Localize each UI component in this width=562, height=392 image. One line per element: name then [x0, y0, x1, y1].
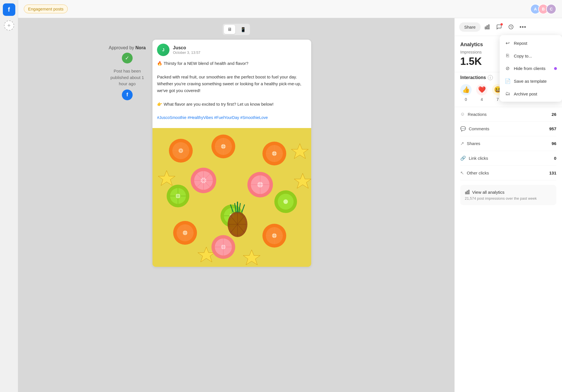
post-author-avatar: J	[157, 44, 169, 56]
approval-text: Approved by Nora	[109, 45, 146, 50]
post-date: October 3, 13:57	[173, 50, 200, 55]
comments-stat-row: 💬 Comments 957	[460, 122, 556, 136]
share-button[interactable]: Share	[459, 22, 481, 32]
love-count: 4	[481, 97, 483, 102]
history-icon-button[interactable]	[506, 22, 516, 32]
analytics-pane: Share	[454, 18, 562, 392]
top-bar: Engagement posts A B C	[18, 0, 562, 18]
shares-stat-row: ↗ Shares 96	[460, 136, 556, 151]
repost-menu-item[interactable]: ↩ Repost	[500, 37, 562, 50]
svg-rect-79	[467, 191, 468, 194]
top-bar-right: A B C	[530, 4, 556, 14]
content-area: 🖥 📱 Approved by Nora ✓	[18, 18, 562, 392]
hide-icon: ⊘	[505, 65, 510, 71]
copy-icon: ⎘	[505, 53, 510, 59]
reaction-like: 👍 0	[460, 84, 472, 102]
svg-rect-78	[465, 192, 466, 194]
save-as-template-menu-item[interactable]: 📄 Save as template	[500, 75, 562, 88]
published-status-text: Post has been published about 1 hour ago	[111, 68, 144, 87]
archive-icon: 🗂	[505, 91, 510, 97]
sidebar: f +	[0, 0, 18, 392]
comments-label: 💬 Comments	[460, 126, 489, 131]
more-options-button[interactable]: •••	[518, 22, 528, 32]
shares-icon: ↗	[460, 141, 464, 146]
post-hashtags: #JuscoSmoothie #HealthyVibes #FuelYourDa…	[157, 114, 307, 121]
reaction-love: ❤️ 4	[476, 84, 487, 102]
like-emoji: 👍	[460, 84, 472, 95]
add-account-button[interactable]: +	[4, 20, 14, 31]
svg-rect-76	[488, 25, 489, 29]
other-clicks-label: ↖ Other clicks	[460, 170, 489, 176]
preview-pane: 🖥 📱 Approved by Nora ✓	[18, 18, 454, 392]
template-icon: 📄	[505, 78, 510, 84]
facebook-logo-icon[interactable]: f	[3, 3, 15, 16]
reactions-value: 26	[552, 112, 556, 117]
post-image	[152, 128, 311, 267]
chart-icon-button[interactable]	[482, 22, 493, 32]
cursor-icon: ↖	[460, 170, 464, 176]
comment-icon-button[interactable]	[494, 22, 504, 32]
reactions-label: ☺ Reactions	[460, 112, 487, 117]
svg-rect-74	[485, 27, 486, 29]
svg-point-42	[283, 199, 288, 204]
info-icon: i	[488, 75, 493, 80]
haha-count: 7	[497, 97, 499, 102]
facebook-post-icon: f	[122, 90, 133, 100]
post-text: 🔥 Thirsty for a NEW blend of health and …	[157, 60, 307, 121]
post-content: 🔥 Thirsty for a NEW blend of health and …	[152, 60, 311, 128]
comments-value: 957	[549, 126, 556, 131]
approval-check-icon: ✓	[122, 53, 133, 63]
view-analytics-block[interactable]: View all analytics 21,574 post impressio…	[460, 185, 556, 205]
link-clicks-value: 0	[554, 156, 556, 161]
post-author-name: Jusco	[173, 45, 200, 50]
shares-label: ↗ Shares	[460, 141, 480, 146]
approval-row: Approved by Nora ✓	[109, 45, 146, 63]
link-clicks-label: 🔗 Link clicks	[460, 155, 488, 161]
like-count: 0	[465, 97, 467, 102]
svg-rect-80	[468, 190, 469, 194]
hide-from-clients-menu-item[interactable]: ⊘ Hide from clients	[500, 62, 562, 75]
desktop-view-button[interactable]: 🖥	[224, 25, 235, 34]
stats-section: ☺ Reactions 26 💬 Comments 957 ↗ Shares	[455, 107, 562, 180]
view-analytics-subtitle: 21,574 post impressions over the past we…	[465, 196, 552, 201]
other-clicks-value: 131	[549, 171, 556, 175]
view-analytics-title: View all analytics	[465, 189, 552, 195]
engagement-posts-badge[interactable]: Engagement posts	[24, 5, 68, 13]
other-clicks-stat-row: ↖ Other clicks 131	[460, 166, 556, 180]
reactions-icon: ☺	[460, 112, 465, 117]
love-emoji: ❤️	[476, 84, 487, 95]
link-clicks-stat-row: 🔗 Link clicks 0	[460, 151, 556, 166]
mobile-view-button[interactable]: 📱	[237, 25, 249, 34]
dropdown-menu: ↩ Repost ⎘ Copy to... ⊘ Hide from client…	[500, 35, 562, 102]
shares-value: 96	[552, 141, 556, 146]
purple-indicator	[554, 67, 557, 70]
archive-post-menu-item[interactable]: 🗂 Archive post	[500, 88, 562, 100]
avatar: C	[546, 4, 556, 14]
repost-icon: ↩	[505, 40, 510, 46]
copy-to-menu-item[interactable]: ⎘ Copy to...	[500, 50, 562, 62]
reactions-stat-row: ☺ Reactions 26	[460, 107, 556, 122]
post-header: J Jusco October 3, 13:57	[152, 40, 311, 60]
svg-rect-75	[487, 26, 487, 29]
device-toggle: 🖥 📱	[223, 24, 250, 35]
post-card: J Jusco October 3, 13:57 🔥 Thirsty for a…	[152, 40, 311, 267]
link-icon: 🔗	[460, 155, 466, 161]
comments-icon: 💬	[460, 126, 466, 131]
chart-bar-icon	[465, 189, 470, 195]
main-content: Engagement posts A B C 🖥 📱	[18, 0, 562, 392]
avatar-group: A B C	[530, 4, 556, 14]
action-bar: Share	[455, 18, 562, 36]
